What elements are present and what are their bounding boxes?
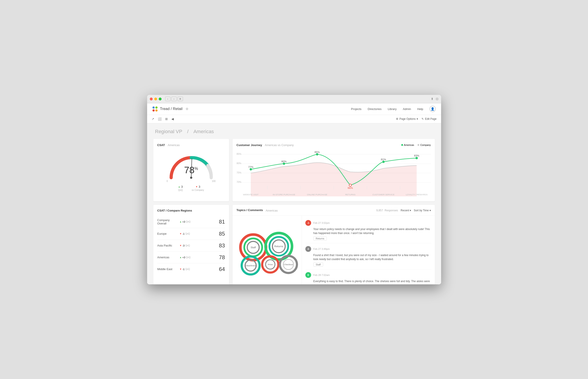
legend-label-company: Company — [420, 144, 431, 146]
region-score-4: 64 — [216, 266, 225, 272]
sort-by-time-button[interactable]: Sort by Time ▾ — [414, 209, 431, 212]
gauge-value: 78% — [184, 165, 198, 175]
app-header: Tread / Retail ⚙ Projects Directories Li… — [147, 103, 441, 115]
logo-dot-red — [152, 109, 155, 111]
svg-point-10 — [250, 168, 252, 170]
qoq-arrow: ▲ — [178, 186, 180, 188]
change-arrow-1: ▼ — [180, 233, 182, 235]
page-options-label: Page Options — [399, 117, 416, 121]
svg-text:CUSTOMER SERVICE: CUSTOMER SERVICE — [372, 193, 394, 195]
regions-list: Company Overall ▲ +3 QoQ 81 Europe ▼ — [157, 216, 225, 275]
svg-point-11 — [283, 162, 285, 165]
svg-text:IN-STORE PURCHASE: IN-STORE PURCHASE — [273, 193, 295, 195]
settings-icon[interactable]: ⚙ — [186, 107, 189, 111]
logo-dot-green — [155, 107, 158, 109]
back-button[interactable]: ‹ — [165, 97, 170, 101]
breadcrumb-part1: Regional VP — [155, 129, 182, 134]
chevron-down-icon: ▾ — [410, 209, 411, 212]
region-change-0: ▲ +3 QoQ — [180, 221, 216, 223]
svg-point-12 — [316, 153, 318, 156]
save-icon[interactable]: ⬜ — [158, 117, 162, 121]
csat-header: CSAT Americas — [157, 143, 225, 147]
change-arrow-0: ▲ — [180, 221, 182, 223]
content-area: Regional VP / Americas CSAT Americas — [147, 123, 441, 284]
bookmark-icon[interactable]: ◀ — [171, 117, 174, 121]
csat-title: CSAT — [157, 143, 165, 147]
compare-title: CSAT / Compare Regions — [157, 209, 225, 212]
region-name-0: Company Overall — [157, 219, 180, 225]
titlebar-actions: ⬆ ⊡ — [431, 97, 438, 101]
recent-button[interactable]: Recent ▾ — [401, 209, 411, 212]
topics-title-area: Topics / Comments Americas — [237, 208, 278, 213]
page-options-button[interactable]: ⚙ Page Options ▾ — [396, 117, 418, 121]
region-change-4: ▼ -1 QoQ — [180, 268, 216, 270]
comment-header-0: -1 Feb 27 3:02pm — [305, 220, 431, 226]
edit-page-button[interactable]: ✎ Edit Page — [422, 117, 437, 121]
region-name-4: Middle East — [157, 268, 180, 271]
legend-company: Company — [418, 144, 431, 146]
svg-text:80%: 80% — [237, 162, 241, 165]
vs-company-arrow: ▼ — [196, 186, 198, 188]
svg-text:RETURNS: RETURNS — [345, 193, 355, 195]
change-arrow-3: ▲ — [180, 256, 182, 258]
grid-button[interactable]: ⊞ — [178, 97, 183, 101]
comment-tag-1[interactable]: Staff — [313, 263, 323, 267]
nav-help[interactable]: Help — [417, 107, 423, 111]
dashboard-grid: CSAT Americas — [153, 139, 435, 284]
comment-score-0: -1 — [305, 220, 311, 226]
region-row: Europe ▼ -1 QoQ 85 — [157, 228, 225, 240]
edit-page-label: Edit Page — [425, 117, 437, 121]
svg-text:Price: Price — [268, 263, 273, 266]
region-row: Company Overall ▲ +3 QoQ 81 — [157, 216, 225, 228]
region-score-3: 78 — [216, 254, 225, 261]
user-avatar[interactable]: 👤 — [430, 106, 436, 112]
comment-text-2: Everything is easy to find. There is ple… — [313, 279, 431, 283]
qoq-label: QoQ — [178, 189, 183, 191]
brand: Tread / Retail ⚙ — [152, 107, 189, 111]
nav-directories[interactable]: Directories — [368, 107, 381, 111]
comment-time-2: Feb 28 7:02am — [313, 274, 330, 276]
svg-text:66%: 66% — [348, 186, 353, 189]
comment-item: 8 Feb 28 7:02am Everything is easy to fi… — [305, 269, 431, 284]
minimize-button[interactable] — [154, 97, 157, 100]
brand-title: Tread / Retail — [160, 107, 182, 111]
comment-text-0: Your return policy needs to change and y… — [313, 227, 431, 235]
nav-library[interactable]: Library — [388, 107, 397, 111]
svg-point-14 — [382, 160, 385, 163]
copy-icon[interactable]: ⊞ — [165, 117, 168, 121]
share-icon[interactable]: ⬆ — [431, 97, 434, 101]
forward-button[interactable]: › — [171, 97, 177, 101]
comment-item: 4 Feb 27 3:49pm Found a shirt that I lov… — [305, 243, 431, 269]
journey-header: Customer Journey Americas vs Company Ame… — [237, 143, 431, 147]
logo-dot-blue — [152, 107, 155, 109]
fullscreen-icon[interactable]: ⊡ — [436, 97, 438, 101]
traffic-lights — [150, 97, 162, 100]
svg-text:83%: 83% — [414, 154, 419, 157]
nav-projects[interactable]: Projects — [351, 107, 362, 111]
legend-dot-americas — [401, 144, 403, 146]
settings-gear-icon: ⚙ — [396, 117, 398, 121]
close-button[interactable] — [150, 97, 153, 100]
comment-tag-0[interactable]: Returns — [313, 237, 327, 240]
comment-time-0: Feb 27 3:02pm — [313, 221, 330, 224]
svg-text:80%: 80% — [281, 160, 286, 163]
svg-text:70%: 70% — [237, 181, 241, 183]
pencil-icon: ✎ — [422, 117, 424, 121]
legend-dot-company — [418, 144, 419, 146]
maximize-button[interactable] — [159, 97, 162, 100]
gauge-container: 78% — [167, 151, 216, 180]
region-change-2: ▼ -3 QoQ — [180, 244, 216, 247]
nav-admin[interactable]: Admin — [403, 107, 411, 111]
topics-bubbles: Staff Returns Cleanliness — [233, 216, 302, 284]
change-arrow-2: ▼ — [180, 244, 182, 247]
csat-metrics: ▲ 3 QoQ ▼ 3 vs Company — [178, 185, 204, 191]
share-toolbar-icon[interactable]: ↗ — [151, 117, 154, 121]
region-name-3: Americas — [157, 256, 180, 259]
svg-text:Checkout: Checkout — [284, 263, 293, 266]
svg-point-15 — [415, 157, 418, 159]
svg-point-1 — [190, 177, 192, 179]
compare-regions-card: CSAT / Compare Regions Company Overall ▲… — [153, 205, 229, 284]
titlebar-nav: ‹ › ⊞ — [165, 97, 183, 101]
svg-text:85%: 85% — [315, 150, 320, 153]
region-name-2: Asia Pacific — [157, 244, 180, 247]
